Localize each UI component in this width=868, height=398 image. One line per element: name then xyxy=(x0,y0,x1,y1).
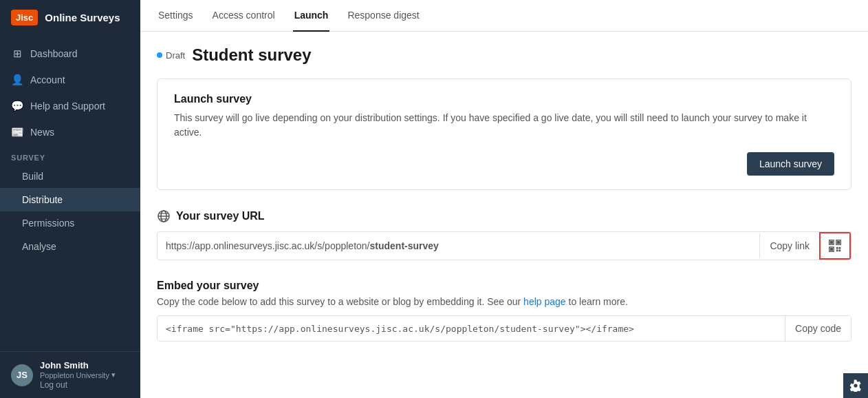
dashboard-icon: ⊞ xyxy=(11,48,23,60)
sidebar-item-label: News xyxy=(30,127,54,138)
svg-rect-8 xyxy=(838,242,840,244)
status-badge: Draft xyxy=(157,50,185,61)
launch-survey-button[interactable]: Launch survey xyxy=(747,152,834,176)
survey-section-label: SURVEY xyxy=(0,145,140,165)
logo: Jisc Online Surveys xyxy=(0,0,140,35)
sidebar-item-label: Account xyxy=(30,74,65,85)
tabs-bar: Settings Access control Launch Response … xyxy=(140,0,868,32)
launch-survey-card: Launch survey This survey will go live d… xyxy=(157,78,851,190)
svg-rect-6 xyxy=(831,242,833,244)
sidebar-item-distribute[interactable]: Distribute xyxy=(0,188,140,211)
logo-text: Online Surveys xyxy=(45,12,120,23)
survey-url-display: https://app.onlinesurveys.jisc.ac.uk/s/p… xyxy=(158,233,759,258)
launch-card-title: Launch survey xyxy=(174,93,834,105)
sidebar-item-permissions[interactable]: Permissions xyxy=(0,211,140,235)
help-icon: 💬 xyxy=(11,100,23,112)
news-icon: 📰 xyxy=(11,126,23,138)
account-icon: 👤 xyxy=(11,74,23,86)
svg-rect-13 xyxy=(839,247,841,249)
url-section-heading: Your survey URL xyxy=(176,210,265,222)
sidebar-item-analyse[interactable]: Analyse xyxy=(0,235,140,258)
svg-rect-14 xyxy=(836,250,838,252)
url-row: https://app.onlinesurveys.jisc.ac.uk/s/p… xyxy=(157,231,851,260)
sidebar: Jisc Online Surveys ⊞ Dashboard 👤 Accoun… xyxy=(0,0,140,398)
embed-section-desc: Copy the code below to add this survey t… xyxy=(157,296,851,307)
sidebar-footer: JS John Smith Poppleton University ▾ Log… xyxy=(0,351,140,398)
sidebar-item-build[interactable]: Build xyxy=(0,165,140,188)
sidebar-nav: ⊞ Dashboard 👤 Account 💬 Help and Support… xyxy=(0,35,140,351)
sidebar-item-news[interactable]: 📰 News xyxy=(0,119,140,145)
logo-abbr: Jisc xyxy=(11,10,38,25)
url-section-title: Your survey URL xyxy=(157,209,851,223)
svg-rect-12 xyxy=(836,247,838,249)
sidebar-item-account[interactable]: 👤 Account xyxy=(0,67,140,93)
user-info: John Smith Poppleton University ▾ Log ou… xyxy=(40,360,129,390)
page-title: Student survey xyxy=(192,45,311,65)
embed-row: <iframe src="https://app.onlinesurveys.j… xyxy=(157,315,851,342)
tab-access-control[interactable]: Access control xyxy=(211,0,276,32)
sidebar-item-label: Help and Support xyxy=(30,101,105,112)
chevron-down-icon: ▾ xyxy=(111,370,116,379)
svg-rect-10 xyxy=(831,249,833,251)
svg-rect-15 xyxy=(839,250,841,252)
tab-response-digest[interactable]: Response digest xyxy=(346,0,420,32)
tab-launch[interactable]: Launch xyxy=(293,0,330,32)
page-content: Draft Student survey Launch survey This … xyxy=(140,32,868,398)
status-text: Draft xyxy=(166,50,185,61)
qr-code-button[interactable] xyxy=(819,232,851,260)
url-prefix: https://app.onlinesurveys.jisc.ac.uk/s/p… xyxy=(166,240,370,251)
launch-card-desc: This survey will go live depending on yo… xyxy=(174,111,834,140)
globe-icon xyxy=(157,209,171,223)
copy-link-button[interactable]: Copy link xyxy=(759,233,819,258)
avatar: JS xyxy=(11,364,33,386)
qr-icon xyxy=(827,238,843,253)
settings-corner-button[interactable] xyxy=(843,373,868,398)
copy-code-button[interactable]: Copy code xyxy=(785,316,851,341)
sidebar-item-help[interactable]: 💬 Help and Support xyxy=(0,93,140,119)
launch-card-footer: Launch survey xyxy=(174,152,834,176)
logout-button[interactable]: Log out xyxy=(40,380,129,390)
main-content: Settings Access control Launch Response … xyxy=(140,0,868,398)
draft-dot xyxy=(157,52,162,58)
url-slug: student-survey xyxy=(370,240,439,251)
user-name: John Smith xyxy=(40,360,129,370)
settings-icon xyxy=(849,379,862,392)
user-org: Poppleton University ▾ xyxy=(40,370,129,379)
page-header: Draft Student survey xyxy=(157,45,851,65)
sidebar-item-dashboard[interactable]: ⊞ Dashboard xyxy=(0,41,140,67)
help-page-link[interactable]: help page xyxy=(523,296,566,307)
sidebar-item-label: Dashboard xyxy=(30,48,78,59)
embed-section-title: Embed your survey xyxy=(157,280,851,292)
embed-code-display: <iframe src="https://app.onlinesurveys.j… xyxy=(158,317,785,341)
tab-settings[interactable]: Settings xyxy=(157,0,195,32)
